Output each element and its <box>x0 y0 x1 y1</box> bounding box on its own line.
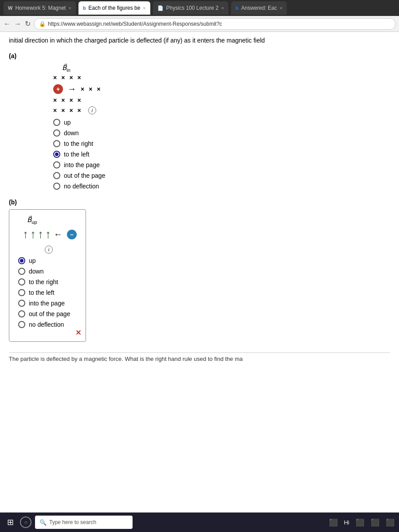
taskbar-search-box[interactable]: 🔍 Type here to search <box>35 516 133 529</box>
part-b-box: B⃗up ↑ ↑ ↑ ↑ ← – i up <box>9 209 86 342</box>
radio-circle-a-into <box>53 161 60 168</box>
part-b-section: (b) B⃗up ↑ ↑ ↑ ↑ ← – i <box>9 199 390 362</box>
radio-circle-b-left <box>18 289 25 296</box>
arrow-left-b: ← <box>54 229 63 239</box>
radio-b-into[interactable]: into the page <box>18 300 77 307</box>
address-text: https://www.webassign.net/web/Student/As… <box>48 21 222 27</box>
radio-label-b-into: into the page <box>29 300 65 307</box>
radio-inner-b-up <box>20 259 23 262</box>
taskbar: ⊞ ○ 🔍 Type here to search ⬛ Hi ⬛ ⬛ ⬛ <box>0 512 399 532</box>
taskbar-icons: ⬛ Hi ⬛ ⬛ ⬛ <box>329 518 395 527</box>
b-up-label: B⃗up <box>27 216 77 225</box>
radio-b-none[interactable]: no deflection <box>18 321 77 328</box>
tab-answered[interactable]: b Answered: Eac × <box>231 1 287 15</box>
x-mark: × <box>61 97 65 104</box>
bottom-text: The particle is deflected by a magnetic … <box>9 352 390 362</box>
radio-a-up[interactable]: up <box>53 119 390 126</box>
tab-icon-b1: b <box>83 5 86 11</box>
tab-icon-w: W <box>8 5 12 11</box>
up-arrow-4: ↑ <box>45 227 51 241</box>
tab-label-homework: Homework 5: Magnet <box>15 5 66 11</box>
x-mark: × <box>69 97 73 104</box>
radio-b-down[interactable]: down <box>18 268 77 275</box>
radio-b-up[interactable]: up <box>18 257 77 264</box>
intro-text: initial direction in which the charged p… <box>9 36 390 45</box>
taskbar-icon-2[interactable]: ⬛ <box>356 518 364 527</box>
x-mark: × <box>69 74 73 81</box>
radio-circle-b-out <box>18 310 25 317</box>
radio-circle-b-none <box>18 321 25 328</box>
tab-close-figures[interactable]: × <box>143 5 145 11</box>
x-mark: × <box>78 74 81 81</box>
x-mark: × <box>53 74 57 81</box>
x-mark: × <box>61 74 65 81</box>
taskbar-icon-4[interactable]: ⬛ <box>386 518 395 527</box>
part-b-label: (b) <box>9 199 390 206</box>
close-button[interactable]: ✕ <box>75 329 81 337</box>
radio-label-b-none: no deflection <box>29 321 64 328</box>
tab-icon-b2: b <box>235 5 239 11</box>
tab-close-homework[interactable]: × <box>68 5 71 11</box>
address-box[interactable]: 🔒 https://www.webassign.net/web/Student/… <box>34 18 395 30</box>
particle-plus: + <box>53 84 63 94</box>
radio-label-a-left: to the left <box>64 151 90 158</box>
info-icon-a[interactable]: i <box>88 106 96 114</box>
taskbar-search-placeholder: Type here to search <box>49 519 96 525</box>
radio-b-left[interactable]: to the left <box>18 289 77 296</box>
radio-a-down[interactable]: down <box>53 129 390 137</box>
tab-homework[interactable]: W Homework 5: Magnet × <box>4 1 76 15</box>
radio-label-b-right: to the right <box>29 278 58 286</box>
x-mark: × <box>78 107 81 114</box>
radio-label-b-down: down <box>29 268 43 275</box>
arrow-right-a: → <box>67 84 76 94</box>
browser-tab-bar: W Homework 5: Magnet × b Each of the fig… <box>0 0 399 16</box>
up-arrow-1: ↑ <box>23 227 28 241</box>
radio-a-none[interactable]: no deflection <box>53 183 390 190</box>
radio-b-right[interactable]: to the right <box>18 278 77 286</box>
radio-a-left[interactable]: to the left <box>53 151 390 158</box>
x-mark: × <box>97 86 100 93</box>
tab-physics[interactable]: 📄 Physics 100 Lecture 2 × <box>153 1 229 15</box>
reload-button[interactable]: ↻ <box>25 20 31 28</box>
radio-label-a-out: out of the page <box>64 172 105 179</box>
radio-label-a-up: up <box>64 119 71 126</box>
address-bar-row: ← → ↻ 🔒 https://www.webassign.net/web/St… <box>0 16 399 32</box>
tab-close-physics[interactable]: × <box>221 5 224 11</box>
part-b-figure: ↑ ↑ ↑ ↑ ← – <box>23 227 77 241</box>
radio-circle-a-left <box>53 151 60 158</box>
taskbar-icon-3[interactable]: ⬛ <box>371 518 379 527</box>
tab-close-answered[interactable]: × <box>280 5 282 11</box>
radio-circle-b-down <box>18 268 25 275</box>
x-mark: × <box>53 97 57 104</box>
part-a-label: (a) <box>9 52 390 59</box>
radio-inner-a-left <box>55 153 59 156</box>
x-mark: × <box>53 107 57 114</box>
cortana-button[interactable]: ○ <box>20 516 31 528</box>
taskbar-icon-1[interactable]: ⬛ <box>329 518 338 527</box>
radio-a-out[interactable]: out of the page <box>53 172 390 179</box>
x-mark: × <box>81 86 84 93</box>
tab-label-figures: Each of the figures be <box>89 5 141 11</box>
radio-label-a-none: no deflection <box>64 183 99 190</box>
part-a-radio-group: up down to the right to the left into th… <box>53 119 390 190</box>
part-a-figure: B⃗in × × × × + → × × × <box>35 64 390 115</box>
forward-button[interactable]: → <box>14 20 21 28</box>
windows-start-button[interactable]: ⊞ <box>4 517 16 527</box>
taskbar-icon-hi[interactable]: Hi <box>344 519 349 526</box>
radio-label-a-down: down <box>64 129 78 137</box>
x-grid-area: × × × × + → × × × × × × × <box>53 74 101 114</box>
x-mark: × <box>89 86 92 93</box>
x-mark: × <box>69 107 73 114</box>
tab-label-answered: Answered: Eac <box>241 5 277 11</box>
up-arrow-2: ↑ <box>30 227 36 241</box>
radio-a-into[interactable]: into the page <box>53 161 390 168</box>
radio-b-out[interactable]: out of the page <box>18 310 77 317</box>
x-mark: × <box>78 97 81 104</box>
tab-figures[interactable]: b Each of the figures be × <box>78 1 150 15</box>
radio-label-b-up: up <box>29 257 36 264</box>
back-button[interactable]: ← <box>4 20 11 28</box>
radio-a-right[interactable]: to the right <box>53 140 390 147</box>
radio-circle-a-up <box>53 119 60 126</box>
info-icon-b[interactable]: i <box>45 246 53 254</box>
search-icon: 🔍 <box>39 519 47 526</box>
